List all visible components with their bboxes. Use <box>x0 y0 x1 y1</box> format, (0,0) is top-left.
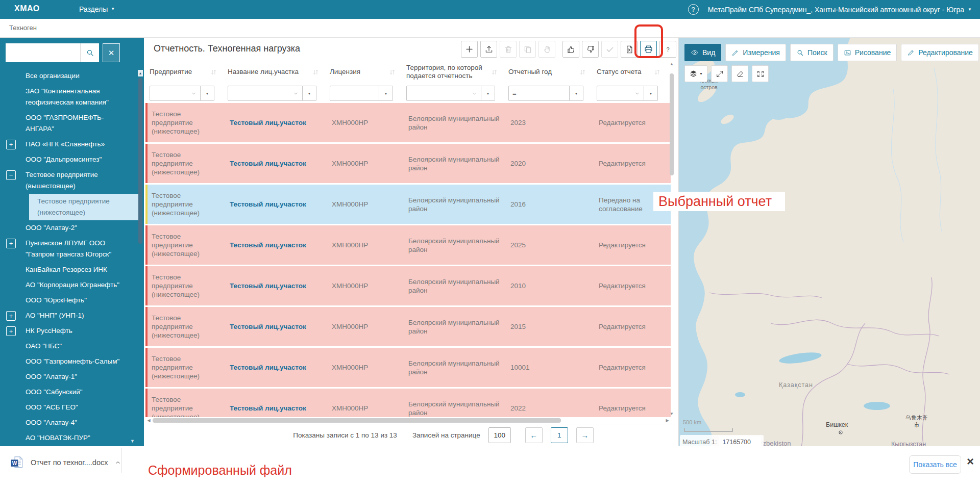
sidebar-org-item[interactable]: ООО "Дальпромсинтез" <box>0 152 144 167</box>
sort-icon[interactable] <box>388 68 396 76</box>
sidebar-org-item[interactable]: ООО "ЮрскНефть" <box>0 293 144 308</box>
equals-operator[interactable]: = <box>512 90 517 97</box>
filter-license[interactable] <box>330 86 379 101</box>
sort-icon[interactable] <box>491 68 498 76</box>
confirm-button[interactable] <box>601 41 618 58</box>
sort-icon[interactable] <box>210 68 217 76</box>
scroll-left-arrow[interactable]: ◀ <box>145 417 152 424</box>
map-tab-edit[interactable]: Редактирование <box>901 44 979 61</box>
sidebar-org-item[interactable]: + Пунгинское ЛПУМГ ООО "Газпром трансгаз… <box>0 236 144 262</box>
cell-site-link[interactable]: Тестовый лиц.участок <box>224 363 326 372</box>
table-row[interactable]: Тестовое предприятие (нижестоящее) Тесто… <box>145 225 671 266</box>
tree-toggle-icon[interactable]: + <box>6 140 16 149</box>
cell-site-link[interactable]: Тестовый лиц.участок <box>224 241 326 249</box>
sidebar-org-item[interactable]: Все организации <box>0 68 144 84</box>
scrollbar-thumb[interactable] <box>153 418 561 423</box>
filter-dropdown-button[interactable]: ▼ <box>303 86 316 101</box>
select-hand-button[interactable] <box>538 41 555 58</box>
current-page-button[interactable]: 1 <box>551 427 568 443</box>
breadcrumb[interactable]: Техноген <box>9 24 37 32</box>
sort-icon[interactable] <box>312 68 320 76</box>
filter-site[interactable] <box>228 86 303 101</box>
filter-dropdown-button[interactable]: ▼ <box>481 86 495 101</box>
expand-button[interactable] <box>711 65 728 82</box>
fullscreen-button[interactable] <box>752 65 769 82</box>
scroll-up-arrow[interactable]: ▲ <box>669 61 675 67</box>
show-all-button[interactable]: Показать все <box>909 455 961 474</box>
sort-icon[interactable] <box>579 68 586 76</box>
tree-scrollbar[interactable]: ▲ <box>138 70 143 244</box>
column-header-status[interactable]: Статус отчета <box>593 60 667 84</box>
cell-site-link[interactable]: Тестовый лиц.участок <box>224 118 326 127</box>
sidebar-org-item[interactable]: ОАО "НБС" <box>0 339 144 354</box>
scroll-up-arrow[interactable]: ▲ <box>138 70 143 76</box>
cell-site-link[interactable]: Тестовый лиц.участок <box>224 322 326 331</box>
sidebar-org-item[interactable]: ООО "Газпромнефть-Салым" <box>0 354 144 369</box>
filter-status[interactable] <box>597 86 644 101</box>
sort-icon[interactable] <box>653 68 661 76</box>
column-header-enterprise[interactable]: Предприятие <box>145 60 224 84</box>
table-row[interactable]: Тестовое предприятие (нижестоящее) Тесто… <box>145 348 671 389</box>
scroll-right-arrow[interactable]: ▶ <box>664 417 671 424</box>
next-page-button[interactable]: → <box>576 427 594 443</box>
sidebar-org-item[interactable]: − Тестовое предприятие (вышестоящее) <box>0 167 144 194</box>
excel-export-button[interactable] <box>621 41 638 58</box>
scroll-down-arrow[interactable]: ▼ <box>130 439 135 444</box>
table-row[interactable]: Тестовое предприятие (нижестоящее) Тесто… <box>145 144 671 185</box>
print-report-button[interactable] <box>640 41 657 58</box>
filter-enterprise[interactable] <box>150 86 201 101</box>
scrollbar-thumb[interactable] <box>670 73 674 175</box>
scale-input[interactable]: 17165700 <box>719 436 761 446</box>
sidebar-org-item[interactable]: ООО "Алатау-2" <box>0 220 144 236</box>
sidebar-org-item[interactable]: АО "НОВАТЭК-ПУР" <box>0 430 144 446</box>
reject-button[interactable] <box>582 41 599 58</box>
column-header-year[interactable]: Отчетный год <box>504 60 593 84</box>
scrollbar-thumb[interactable] <box>138 78 142 244</box>
sidebar-org-item[interactable]: ООО "ГАЗПРОМНЕФТЬ-АНГАРА" <box>0 110 144 137</box>
filter-territory[interactable] <box>406 86 481 101</box>
table-row[interactable]: Тестовое предприятие (нижестоящее) Тесто… <box>145 103 671 144</box>
add-button[interactable] <box>461 41 478 58</box>
map-canvas[interactable] <box>679 38 980 446</box>
map-panel[interactable]: Южный остров Қазақстан Бишкек O'zbekisto… <box>678 38 980 446</box>
filter-dropdown-button[interactable]: ▼ <box>379 86 393 101</box>
sidebar-org-item[interactable]: АО "Корпорация Югранефть" <box>0 277 144 293</box>
table-horizontal-scrollbar[interactable]: ◀ ▶ <box>145 417 671 424</box>
approve-button[interactable] <box>562 41 579 58</box>
tree-toggle-icon[interactable]: + <box>6 326 16 336</box>
close-downloads-icon[interactable]: × <box>967 454 974 469</box>
user-menu[interactable]: МетаПрайм СПб Суперадмин_, Ханты-Мансийс… <box>708 6 972 14</box>
sidebar-org-item[interactable]: + ПАО «НГК «Славнефть» <box>0 137 144 152</box>
sidebar-org-item[interactable]: + АО "ННП" (УНП-1) <box>0 308 144 323</box>
tree-toggle-icon[interactable]: − <box>6 170 16 180</box>
table-row[interactable]: Тестовое предприятие (нижестоящее) Тесто… <box>145 389 671 417</box>
downloaded-file-chip[interactable]: Отчет по техног....docx <box>10 455 121 469</box>
column-header-site[interactable]: Название лиц.участка <box>224 60 326 84</box>
filter-dropdown-button[interactable]: ▼ <box>570 86 583 101</box>
column-header-territory[interactable]: Территория, по которой подается отчетнос… <box>402 60 504 84</box>
filter-year[interactable]: = <box>508 86 570 101</box>
cell-site-link[interactable]: Тестовый лиц.участок <box>224 200 326 209</box>
filter-dropdown-button[interactable]: ▼ <box>644 86 658 101</box>
table-vertical-scrollbar[interactable]: ▲ ▼ <box>669 61 675 417</box>
sidebar-org-item[interactable]: Тестовое предприятие (нижестоящее) <box>29 194 139 220</box>
eraser-button[interactable] <box>731 65 748 82</box>
sidebar-org-item[interactable]: ООО "АСБ ГЕО" <box>0 400 144 415</box>
sidebar-org-item[interactable]: ООО "Сабунский" <box>0 384 144 400</box>
sidebar-org-item[interactable]: ЗАО "Континентальная геофизическая компа… <box>0 84 144 110</box>
search-input[interactable] <box>6 43 80 62</box>
table-row[interactable]: Тестовое предприятие (нижестоящее) Тесто… <box>145 307 671 348</box>
sidebar-org-item[interactable]: ООО "Алатау-1" <box>0 369 144 384</box>
cell-site-link[interactable]: Тестовый лиц.участок <box>224 159 326 168</box>
upload-button[interactable] <box>480 41 497 58</box>
table-row[interactable]: Тестовое предприятие (нижестоящее) Тесто… <box>145 185 671 225</box>
map-tab-measure[interactable]: Измерения <box>725 44 786 61</box>
cell-site-link[interactable]: Тестовый лиц.участок <box>224 404 326 413</box>
cell-site-link[interactable]: Тестовый лиц.участок <box>224 281 326 290</box>
sections-menu[interactable]: Разделы ▼ <box>79 5 115 13</box>
map-tab-search[interactable]: Поиск <box>790 44 834 61</box>
help-icon[interactable]: ? <box>688 4 699 15</box>
layers-button[interactable]: ▼ <box>684 65 707 82</box>
tree-toggle-icon[interactable]: + <box>6 311 16 321</box>
clear-search-button[interactable]: ✕ <box>103 43 120 62</box>
